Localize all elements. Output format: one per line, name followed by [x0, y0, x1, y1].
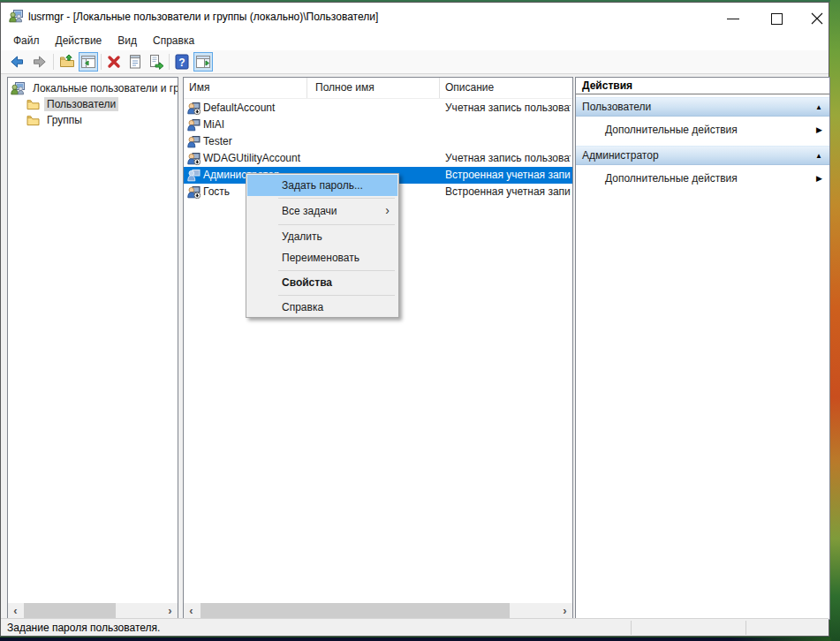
list-header-row: Имя Полное имя Описание [184, 78, 572, 99]
folder-up-icon [59, 54, 75, 70]
actions-pane-title: Действия [576, 78, 829, 94]
menu-file[interactable]: Файл [5, 32, 48, 49]
delete-button[interactable] [104, 52, 124, 72]
menu-item-all-tasks[interactable]: Все задачи › [247, 200, 397, 222]
tree-item-users[interactable]: Пользователи [26, 96, 118, 112]
scroll-right-icon[interactable]: › [163, 603, 178, 618]
up-one-level-button[interactable] [57, 52, 77, 72]
local-users-groups-icon [11, 81, 26, 96]
collapse-icon[interactable]: ▲ [815, 103, 822, 111]
list-horizontal-scrollbar[interactable]: ‹ › [184, 603, 572, 618]
forward-button[interactable] [30, 52, 49, 72]
back-button[interactable] [7, 52, 26, 72]
flyout-arrow-icon: ▶ [816, 174, 822, 183]
maximize-button[interactable] [771, 13, 783, 25]
column-divider[interactable] [306, 78, 307, 98]
help-button[interactable]: ? [172, 52, 192, 72]
toolbar: ? [1, 50, 829, 74]
forward-arrow-icon [32, 54, 48, 70]
scroll-right-icon[interactable]: › [557, 603, 572, 618]
menu-action[interactable]: Действие [48, 32, 110, 49]
user-description: Учетная запись пользоват [445, 102, 571, 114]
user-description: Встроенная учетная запис [445, 185, 571, 198]
user-disabled-icon [187, 152, 201, 165]
folder-icon [26, 98, 40, 111]
column-header-name[interactable]: Имя [189, 81, 209, 94]
tree-item-groups[interactable]: Группы [26, 112, 85, 128]
tree-item-users-label: Пользователи [44, 97, 118, 111]
export-list-icon [148, 54, 164, 70]
user-name: DefaultAccount [203, 102, 275, 114]
menu-item-label: Свойства [247, 276, 332, 289]
desktop-wallpaper-bottom [0, 637, 831, 641]
actions-section-administrator-label: Администратор [582, 149, 659, 162]
more-actions-administrator-label: Дополнительные действия [605, 172, 738, 185]
help-icon: ? [174, 54, 190, 70]
menu-help[interactable]: Справка [145, 32, 202, 49]
statusbar-divider [631, 621, 632, 635]
scroll-left-icon[interactable]: ‹ [8, 603, 23, 618]
window-title: lusrmgr - [Локальные пользователи и груп… [28, 11, 378, 23]
show-console-tree-button[interactable] [79, 52, 98, 72]
user-row-wdagutilityaccount[interactable]: WDAGUtilityAccount Учетная запись пользо… [184, 150, 572, 167]
show-actions-pane-button[interactable] [193, 52, 213, 72]
user-name: WDAGUtilityAccount [203, 152, 300, 164]
actions-pane-icon [195, 54, 211, 70]
minimize-button[interactable] [727, 19, 739, 19]
menu-item-rename[interactable]: Переименовать [247, 247, 397, 268]
scrollbar-thumb[interactable] [24, 603, 116, 618]
actions-section-administrator[interactable]: Администратор ▲ [576, 146, 829, 165]
flyout-arrow-icon: ▶ [816, 125, 822, 134]
export-list-button[interactable] [147, 52, 166, 72]
more-actions-users-label: Дополнительные действия [605, 124, 738, 136]
tree-horizontal-scrollbar[interactable]: ‹ › [8, 603, 178, 618]
collapse-icon[interactable]: ▲ [815, 152, 822, 160]
actions-section-users[interactable]: Пользователи ▲ [576, 97, 829, 117]
column-divider[interactable] [439, 78, 440, 98]
scroll-left-icon[interactable]: ‹ [184, 603, 199, 618]
properties-button[interactable] [125, 52, 145, 72]
back-arrow-icon [9, 54, 25, 70]
actions-pane: Действия Пользователи ▲ Дополнительные д… [575, 77, 830, 620]
user-disabled-icon [187, 185, 201, 199]
delete-x-icon [106, 54, 122, 70]
console-tree-pane: Локальные пользователи и гру Пользовател… [7, 77, 178, 619]
toolbar-separator [101, 54, 102, 70]
column-header-fullname[interactable]: Полное имя [315, 81, 375, 94]
more-actions-administrator[interactable]: Дополнительные действия ▶ [576, 166, 829, 191]
more-actions-users[interactable]: Дополнительные действия ▶ [576, 117, 829, 142]
user-row-tester[interactable]: Tester [184, 133, 572, 150]
menu-item-label: Справка [247, 301, 323, 313]
close-button[interactable] [811, 12, 823, 25]
user-selected-icon [187, 169, 201, 182]
title-bar[interactable]: lusrmgr - [Локальные пользователи и груп… [1, 3, 829, 30]
menu-separator [278, 224, 395, 225]
menu-item-label: Задать пароль... [247, 179, 363, 192]
statusbar-divider [745, 621, 746, 635]
user-name: Tester [203, 135, 232, 147]
menu-view[interactable]: Вид [110, 32, 145, 49]
users-list-pane: Имя Полное имя Описание Default [183, 77, 573, 619]
user-name: MiAI [203, 118, 224, 131]
menu-item-delete[interactable]: Удалить [247, 226, 397, 247]
app-icon [9, 9, 24, 24]
toolbar-separator [169, 54, 170, 70]
user-row-defaultaccount[interactable]: DefaultAccount Учетная запись пользоват [184, 100, 572, 117]
actions-section-users-label: Пользователи [582, 101, 651, 113]
toolbar-separator [53, 54, 54, 70]
menu-item-label: Удалить [247, 230, 322, 243]
properties-icon [127, 54, 143, 70]
status-bar: Задание пароля пользователя. [1, 618, 829, 636]
menu-item-set-password[interactable]: Задать пароль... [247, 175, 397, 196]
context-menu: Задать пароль... Все задачи › Удалить Пе… [246, 173, 399, 318]
user-row-miai[interactable]: MiAI [184, 117, 572, 133]
menu-item-help[interactable]: Справка [247, 297, 397, 318]
folder-icon [26, 114, 40, 127]
scrollbar-thumb[interactable] [201, 603, 510, 618]
column-header-description[interactable]: Описание [445, 81, 494, 94]
tree-root-item[interactable]: Локальные пользователи и гру [11, 80, 178, 96]
menu-item-label: Все задачи [247, 205, 337, 217]
status-text: Задание пароля пользователя. [7, 622, 160, 634]
menu-item-properties[interactable]: Свойства [247, 272, 397, 293]
console-tree-icon [80, 54, 96, 70]
